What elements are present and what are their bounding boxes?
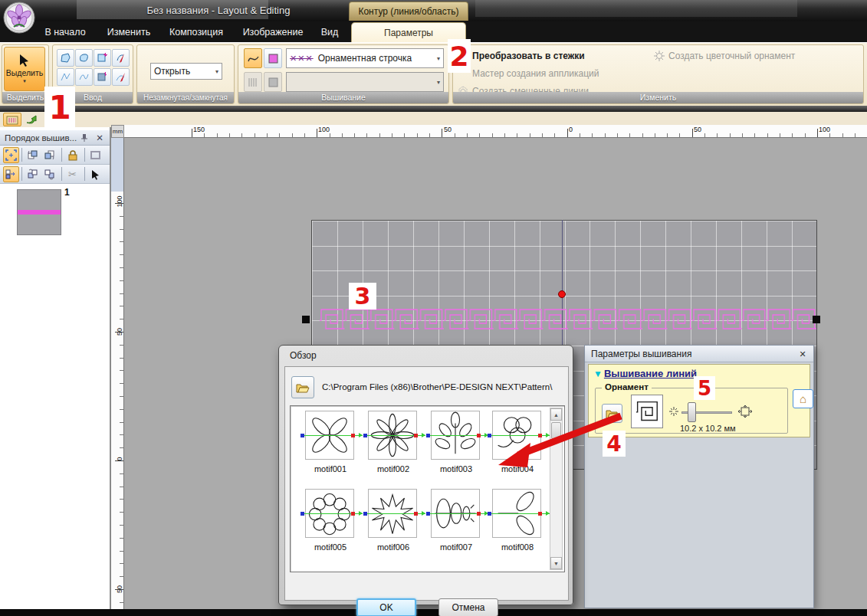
h-ruler-label: 100	[819, 126, 830, 133]
selection-handle-left[interactable]	[302, 316, 310, 323]
ornament-browse-button[interactable]	[602, 404, 622, 423]
tab-home[interactable]: В начало	[32, 21, 98, 42]
end-point-marker	[477, 434, 481, 437]
regroup-backward-button[interactable]	[41, 166, 57, 182]
line-sew-toggle[interactable]	[244, 48, 262, 68]
origin-point-marker	[558, 290, 566, 298]
motif-cell[interactable]	[368, 411, 417, 460]
motif-cell[interactable]	[368, 489, 417, 538]
motif-stitch-line[interactable]	[320, 308, 816, 331]
select-tool-button[interactable]: Выделить ▾	[4, 47, 45, 91]
open-folder-icon	[606, 408, 619, 419]
motif-size-value: 10.2 x 10.2 мм	[680, 424, 736, 433]
zoom-fit-button[interactable]	[3, 147, 19, 163]
panel-close-icon[interactable]: ✕	[796, 348, 809, 360]
annotation-step-3: 3	[349, 283, 376, 310]
ruler-unit-box: mm	[111, 125, 124, 138]
open-curve-tool[interactable]	[75, 68, 93, 86]
motif-cell[interactable]	[492, 411, 541, 460]
move-backward-button[interactable]	[41, 147, 57, 163]
move-forward-button[interactable]	[25, 147, 41, 163]
frame-button[interactable]	[87, 147, 103, 163]
menu-item-convert-to-stitches[interactable]: Преобразовать в стежки	[472, 51, 585, 61]
closed-freehand-tool[interactable]	[94, 49, 111, 67]
tab-image[interactable]: Изображение	[233, 21, 313, 42]
open-pen-tool[interactable]	[112, 68, 130, 86]
panel-close-icon[interactable]: ✕	[96, 130, 103, 146]
cancel-button[interactable]: Отмена	[438, 598, 498, 616]
motif-list-scrollbar[interactable]: ▲ ▼	[550, 408, 563, 570]
start-point-marker	[363, 434, 367, 437]
end-point-marker	[351, 512, 355, 516]
line-color-swatch[interactable]	[264, 48, 282, 68]
applique-wizard-label: Мастер создания аппликаций	[472, 68, 599, 79]
select-dropdown-arrow-icon[interactable]: ▾	[23, 78, 26, 84]
smaller-size-icon[interactable]	[668, 405, 680, 418]
ribbon-bottom-strip	[0, 106, 867, 112]
selection-handle-right[interactable]	[813, 316, 820, 323]
ornament-group-label: Орнамент	[602, 382, 652, 392]
app-logo-flower-icon[interactable]	[3, 2, 36, 34]
stitch-type-value: Орнаментная строчка	[318, 53, 412, 64]
scroll-thumb[interactable]	[551, 422, 561, 439]
dialog-title: Обзор	[290, 350, 317, 361]
green-arrow-icon	[25, 114, 39, 125]
motif-name: motif008	[488, 542, 547, 552]
h-ruler-label: 150	[193, 126, 205, 133]
size-slider-knob[interactable]	[688, 402, 696, 422]
home-default-button[interactable]: ⌂	[793, 389, 813, 408]
stitch-type-dropdown[interactable]: ✕✕✕ Орнаментная строчка ▾	[286, 48, 444, 68]
motif-cell[interactable]	[431, 411, 480, 460]
motif-list[interactable]: motif001 motif002 motif003 motif004	[290, 405, 565, 572]
browse-folder-button[interactable]	[291, 376, 314, 398]
closed-pen-tool[interactable]	[112, 49, 130, 67]
motif-stitch-icon: ✕✕✕	[290, 54, 314, 64]
open-close-dropdown[interactable]: Открыть ▾	[150, 63, 222, 80]
order-toolbar-row2: ✂	[0, 165, 110, 184]
larger-size-icon[interactable]	[738, 405, 752, 418]
h-ruler-label: 0	[569, 126, 573, 133]
h-ruler-label: 50	[444, 126, 452, 133]
regroup-forward-button[interactable]	[25, 166, 41, 182]
tab-compose[interactable]: Композиция	[159, 21, 233, 42]
sewing-order-toggle-button[interactable]	[3, 113, 21, 126]
stitch-order-thumbnail[interactable]	[17, 189, 61, 235]
group-caption-open-close: Незамкнутая/замкнутая	[137, 92, 234, 103]
group-caption-select: Выделить	[2, 92, 48, 103]
open-zigzag-tool[interactable]	[57, 68, 74, 86]
show-by-color-button[interactable]	[3, 166, 19, 182]
motif-name: motif002	[364, 464, 422, 473]
ribbon: Выделить ▾ Выделить Ввод Открыть ▾ Незам…	[0, 42, 867, 106]
region-color-swatch-disabled	[264, 72, 282, 92]
line-sew-header[interactable]: ▼Вышивание линий	[593, 368, 697, 379]
lock-button[interactable]	[64, 147, 80, 163]
contextual-tab-header[interactable]: Контур (линия/область)	[349, 2, 468, 21]
scroll-up-icon[interactable]: ▲	[550, 408, 562, 421]
closed-polygon-tool[interactable]	[57, 49, 74, 67]
v-ruler-highlight	[111, 138, 123, 192]
sewing-panel-title-text: Параметры вышивания	[591, 349, 691, 359]
tab-view[interactable]: Вид	[313, 21, 346, 42]
scroll-down-icon[interactable]: ▼	[550, 557, 562, 569]
closed-curve-tool[interactable]	[75, 49, 93, 67]
open-freehand-tool[interactable]	[94, 68, 111, 86]
select-cursor-button[interactable]	[87, 166, 103, 182]
stitched-folder-icon	[6, 115, 18, 125]
tab-edit[interactable]: Изменить	[98, 21, 159, 42]
pin-icon[interactable]	[80, 133, 88, 143]
end-point-marker	[477, 512, 481, 516]
motif-cell[interactable]	[305, 489, 354, 538]
import-arrow-button[interactable]	[23, 113, 41, 126]
collapse-triangle-icon[interactable]: ▼	[593, 369, 603, 379]
motif-cell[interactable]	[431, 489, 480, 538]
sewing-panel-title: Параметры вышивания	[585, 346, 813, 362]
group-caption-sewing: Вышивание	[238, 92, 448, 103]
motif-cell[interactable]	[492, 489, 541, 538]
ok-button[interactable]: OK	[356, 598, 416, 616]
motif-cell[interactable]	[305, 411, 354, 460]
motif-name: motif007	[427, 542, 485, 552]
select-button-label: Выделить	[6, 68, 43, 77]
group-open-close: Открыть ▾ Незамкнутая/замкнутая	[136, 44, 235, 104]
floral-gear-icon	[654, 51, 665, 61]
region-stitch-dropdown-disabled: ▾	[286, 72, 444, 92]
